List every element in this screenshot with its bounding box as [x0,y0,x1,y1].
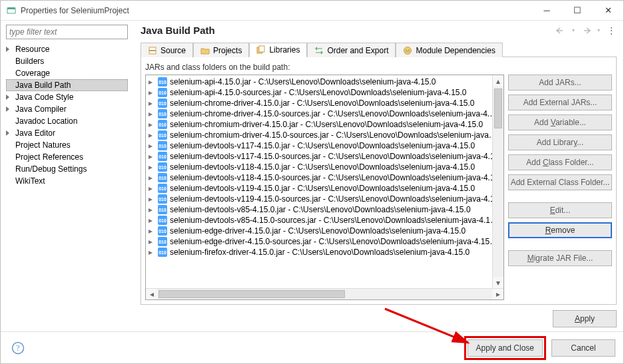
back-menu-icon[interactable]: ▾ [568,25,579,36]
tab-icon [314,46,324,55]
apply-button[interactable]: Apply [553,310,617,327]
cancel-button[interactable]: Cancel [551,339,615,357]
jar-row[interactable]: ▸010selenium-devtools-v118-4.15.0-source… [146,172,492,183]
sidebar-item[interactable]: Resource [6,43,128,55]
jar-row[interactable]: ▸010selenium-devtools-v118-4.15.0.jar - … [146,162,492,172]
scroll-down-icon[interactable]: ▾ [493,277,503,288]
add-external-class-folder-button[interactable]: Add External Class Folder... [508,174,612,190]
close-button[interactable]: ✕ [593,1,623,20]
scroll-right-icon[interactable]: ▸ [492,289,503,299]
forward-menu-icon[interactable]: ▾ [593,25,604,36]
expand-icon[interactable]: ▸ [149,130,155,140]
expand-icon[interactable]: ▸ [149,194,155,204]
apply-and-close-button[interactable]: Apply and Close [468,339,543,357]
sidebar-item[interactable]: Builders [6,55,128,67]
sidebar-item[interactable]: Java Build Path [6,79,128,91]
help-icon[interactable]: ? [9,339,27,357]
sidebar-item[interactable]: Run/Debug Settings [6,163,128,175]
filter-input[interactable] [6,25,128,39]
expand-icon[interactable]: ▸ [149,77,155,87]
jar-icon: 010 [158,162,167,172]
expand-icon[interactable]: ▸ [149,120,155,129]
jar-label: selenium-api-4.15.0.jar - C:\Users\Lenov… [170,77,436,87]
add-jars-button[interactable]: Add JARs... [508,75,612,91]
add-library-button[interactable]: Add Library... [508,134,612,150]
expand-icon[interactable]: ▸ [149,152,155,161]
jar-icon: 010 [158,173,167,182]
jar-row[interactable]: ▸010selenium-devtools-v119-4.15.0-source… [146,194,492,204]
jar-row[interactable]: ▸010selenium-chromium-driver-4.15.0.jar … [146,119,492,130]
sidebar-item[interactable]: Project References [6,151,128,163]
back-icon[interactable] [555,25,566,36]
svg-rect-3 [149,50,156,51]
jar-icon: 010 [158,152,167,161]
jar-row[interactable]: ▸010selenium-api-4.15.0-sources.jar - C:… [146,87,492,98]
expand-icon[interactable]: ▸ [149,237,155,246]
jar-row[interactable]: ▸010selenium-api-4.15.0.jar - C:\Users\L… [146,77,492,87]
jar-row[interactable]: ▸010selenium-devtools-v119-4.15.0.jar - … [146,183,492,194]
remove-button[interactable]: Remove [508,222,612,238]
jar-row[interactable]: ▸010selenium-edge-driver-4.15.0-sources.… [146,236,492,247]
jar-label: selenium-edge-driver-4.15.0.jar - C:\Use… [170,226,466,236]
jar-row[interactable]: ▸010selenium-devtools-v85-4.15.0-sources… [146,215,492,226]
jar-row[interactable]: ▸010selenium-devtools-v85-4.15.0.jar - C… [146,204,492,215]
expand-icon[interactable]: ▸ [149,109,155,118]
expand-icon[interactable]: ▸ [149,226,155,236]
jar-row[interactable]: ▸010selenium-chromium-driver-4.15.0-sour… [146,130,492,140]
view-menu-icon[interactable]: ⋮ [606,25,617,36]
migrate-jar-button[interactable]: Migrate JAR File... [508,250,612,266]
sidebar-item[interactable]: Java Editor [6,127,128,139]
sidebar-item[interactable]: Java Code Style [6,91,128,103]
category-tree[interactable]: ResourceBuildersCoverageJava Build PathJ… [6,43,128,187]
jar-row[interactable]: ▸010selenium-devtools-v117-4.15.0-source… [146,151,492,162]
vertical-scrollbar[interactable]: ▴ ▾ [492,75,503,288]
jar-list[interactable]: ▸010selenium-api-4.15.0.jar - C:\Users\L… [145,75,504,300]
scroll-left-icon[interactable]: ◂ [146,289,157,299]
jar-icon: 010 [158,120,167,129]
expand-icon[interactable]: ▸ [149,162,155,172]
sidebar-item[interactable]: Project Natures [6,139,128,151]
sidebar-item[interactable]: Coverage [6,67,128,79]
tab-module-dependencies[interactable]: MModule Dependencies [396,43,502,57]
add-variable-button[interactable]: Add Variable... [508,114,612,130]
jar-icon: 010 [158,248,167,257]
tab-libraries[interactable]: Libraries [249,43,307,57]
sidebar-item[interactable]: WikiText [6,175,128,187]
expand-icon[interactable]: ▸ [149,248,155,257]
jar-label: selenium-devtools-v117-4.15.0-sources.ja… [170,152,492,161]
svg-text:M: M [406,48,410,54]
tab-source[interactable]: Source [141,43,193,57]
sidebar-item[interactable]: Java Compiler [6,103,128,115]
forward-icon[interactable] [581,25,591,36]
maximize-button[interactable]: ☐ [562,1,593,20]
tab-icon [256,45,266,55]
jar-icon: 010 [158,216,167,225]
scroll-up-icon[interactable]: ▴ [493,75,503,87]
jar-label: selenium-devtools-v85-4.15.0-sources.jar… [170,216,492,225]
jar-row[interactable]: ▸010selenium-edge-driver-4.15.0.jar - C:… [146,226,492,236]
expand-icon[interactable]: ▸ [149,216,155,225]
jar-row[interactable]: ▸010selenium-devtools-v117-4.15.0.jar - … [146,140,492,151]
expand-icon[interactable]: ▸ [149,205,155,214]
vscroll-thumb[interactable] [494,89,502,128]
jar-row[interactable]: ▸010selenium-firefox-driver-4.15.0.jar -… [146,247,492,258]
add-external-jars-button[interactable]: Add External JARs... [508,94,612,110]
add-class-folder-button[interactable]: Add Class Folder... [508,154,612,170]
tab-order-and-export[interactable]: Order and Export [307,43,396,57]
expand-icon[interactable]: ▸ [149,184,155,193]
hscroll-thumb[interactable] [158,290,345,298]
minimize-button[interactable]: ─ [531,1,562,20]
jar-row[interactable]: ▸010selenium-chrome-driver-4.15.0-source… [146,108,492,119]
horizontal-scrollbar[interactable]: ◂ ▸ [146,288,503,299]
list-caption: JARs and class folders on the build path… [145,63,612,72]
expand-icon[interactable]: ▸ [149,88,155,97]
expand-icon[interactable]: ▸ [149,173,155,182]
tab-projects[interactable]: Projects [193,43,249,57]
jar-row[interactable]: ▸010selenium-chrome-driver-4.15.0.jar - … [146,98,492,108]
expand-icon[interactable]: ▸ [149,141,155,150]
expand-icon[interactable]: ▸ [149,98,155,108]
jar-label: selenium-devtools-v117-4.15.0.jar - C:\U… [170,141,475,150]
tab-label: Projects [213,46,242,55]
sidebar-item[interactable]: Javadoc Location [6,115,128,127]
edit-button[interactable]: Edit... [508,202,612,218]
